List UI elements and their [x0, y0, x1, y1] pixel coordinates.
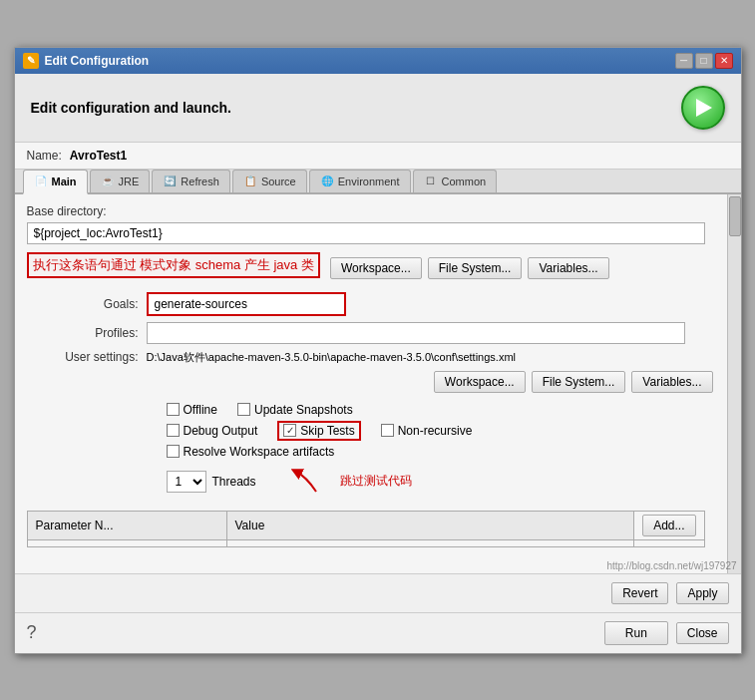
tab-common-label: Common	[442, 175, 487, 187]
title-bar: ✎ Edit Configuration ─ □ ✕	[15, 48, 741, 74]
offline-label: Offline	[184, 403, 217, 417]
skip-annotation-text: 跳过测试代码	[340, 473, 412, 490]
tab-source-label: Source	[261, 175, 296, 187]
workspace-button-2[interactable]: Workspace...	[434, 371, 526, 393]
header-title: Edit configuration and launch.	[31, 100, 231, 116]
window-title: Edit Configuration	[45, 54, 150, 68]
file-system-button-2[interactable]: File System...	[532, 371, 626, 393]
close-final-button[interactable]: Close	[676, 622, 729, 644]
name-bar: Name: AvroTest1	[15, 143, 741, 170]
skip-tests-checkbox[interactable]: ✓	[283, 424, 296, 437]
annotation-arrow-icon	[286, 467, 326, 497]
debug-output-label: Debug Output	[184, 424, 258, 438]
non-recursive-checkbox[interactable]	[381, 424, 394, 437]
offline-checkbox-item: Offline	[167, 403, 217, 417]
jre-tab-icon: ☕	[101, 175, 115, 188]
run-close-bar: ? Run Close	[15, 612, 741, 653]
threads-row: 1 2 4 Threads	[167, 471, 256, 493]
revert-apply-bar: Revert Apply	[15, 573, 741, 612]
help-button[interactable]: ?	[27, 622, 37, 643]
user-settings-value: D:\Java软件\apache-maven-3.5.0-bin\apache-…	[147, 350, 713, 365]
base-dir-label: Base directory:	[27, 204, 713, 218]
non-recursive-label: Non-recursive	[398, 424, 473, 438]
variables-button-2[interactable]: Variables...	[631, 371, 712, 393]
goals-row: Goals:	[27, 292, 713, 316]
resolve-workspace-checkbox[interactable]	[167, 445, 180, 458]
scrollbar-thumb[interactable]	[729, 196, 741, 236]
param-col2-header: Value	[226, 511, 634, 539]
tab-jre[interactable]: ☕ JRE	[90, 170, 151, 192]
tabs-bar: 📄 Main ☕ JRE 🔄 Refresh 📋 Source 🌐 Enviro…	[15, 170, 741, 194]
checkbox-area: Offline Update Snapshots Debug Output ✓ …	[167, 403, 713, 459]
edit-configuration-window: ✎ Edit Configuration ─ □ ✕ Edit configur…	[14, 47, 742, 654]
update-snapshots-label: Update Snapshots	[254, 403, 353, 417]
checkbox-row-3: Resolve Workspace artifacts	[167, 445, 713, 459]
offline-checkbox[interactable]	[167, 403, 180, 416]
main-tab-icon: 📄	[34, 175, 48, 188]
apply-button[interactable]: Apply	[676, 582, 728, 604]
title-controls: ─ □ ✕	[675, 53, 733, 69]
debug-output-checkbox-item: Debug Output	[167, 424, 258, 438]
profiles-row: Profiles:	[27, 322, 713, 344]
checkbox-row-1: Offline Update Snapshots	[167, 403, 713, 417]
workspace-button-1[interactable]: Workspace...	[330, 257, 422, 279]
window-icon: ✎	[23, 53, 39, 69]
add-button[interactable]: Add...	[642, 515, 695, 536]
goals-label: Goals:	[27, 297, 147, 311]
header-area: Edit configuration and launch.	[15, 74, 741, 143]
environment-tab-icon: 🌐	[320, 175, 334, 188]
tab-common[interactable]: ☐ Common	[413, 170, 498, 192]
table-row	[27, 539, 704, 546]
tab-refresh-label: Refresh	[181, 175, 219, 187]
param-col1-header: Parameter N...	[27, 511, 226, 539]
revert-button[interactable]: Revert	[611, 582, 668, 604]
profiles-field[interactable]	[147, 322, 685, 344]
close-button[interactable]: ✕	[715, 53, 733, 69]
minimize-button[interactable]: ─	[675, 53, 693, 69]
annotation-text: 执行这条语句通过 模式对象 schema 产生 java 类	[27, 252, 320, 278]
file-system-button-1[interactable]: File System...	[428, 257, 523, 279]
refresh-tab-icon: 🔄	[163, 175, 177, 188]
maximize-button[interactable]: □	[695, 53, 713, 69]
tab-main[interactable]: 📄 Main	[23, 170, 88, 194]
title-bar-left: ✎ Edit Configuration	[23, 53, 150, 69]
tab-refresh[interactable]: 🔄 Refresh	[152, 170, 230, 192]
debug-output-checkbox[interactable]	[167, 424, 180, 437]
params-table: Parameter N... Value Add...	[27, 511, 705, 547]
scrollbar[interactable]	[727, 194, 741, 573]
common-tab-icon: ☐	[424, 175, 438, 188]
tab-source[interactable]: 📋 Source	[232, 170, 307, 192]
threads-select[interactable]: 1 2 4	[167, 471, 206, 493]
tab-jre-label: JRE	[119, 175, 140, 187]
update-snapshots-checkbox-item: Update Snapshots	[237, 403, 353, 417]
name-label: Name:	[27, 149, 62, 163]
checkbox-row-2: Debug Output ✓ Skip Tests Non-recursive	[167, 421, 713, 441]
user-settings-label: User settings:	[27, 350, 147, 364]
tab-environment-label: Environment	[338, 175, 400, 187]
resolve-workspace-checkbox-item: Resolve Workspace artifacts	[167, 445, 335, 459]
run-final-button[interactable]: Run	[604, 621, 668, 645]
tab-main-label: Main	[52, 175, 77, 187]
threads-label: Threads	[212, 475, 256, 489]
profiles-label: Profiles:	[27, 326, 147, 340]
source-tab-icon: 📋	[243, 175, 257, 188]
variables-button-1[interactable]: Variables...	[528, 257, 608, 279]
base-dir-field[interactable]	[27, 222, 705, 244]
tab-environment[interactable]: 🌐 Environment	[309, 170, 411, 192]
goals-field[interactable]	[147, 292, 346, 316]
skip-tests-label: Skip Tests	[300, 424, 354, 438]
content-area: Base directory: 执行这条语句通过 模式对象 schema 产生 …	[15, 194, 741, 573]
run-button[interactable]	[681, 86, 725, 130]
name-value: AvroTest1	[70, 149, 127, 163]
resolve-workspace-label: Resolve Workspace artifacts	[184, 445, 335, 459]
non-recursive-checkbox-item: Non-recursive	[381, 424, 473, 438]
update-snapshots-checkbox[interactable]	[237, 403, 250, 416]
watermark: http://blog.csdn.net/wj197927	[606, 560, 736, 571]
run-triangle-icon	[696, 99, 712, 117]
user-settings-row: User settings: D:\Java软件\apache-maven-3.…	[27, 350, 713, 365]
